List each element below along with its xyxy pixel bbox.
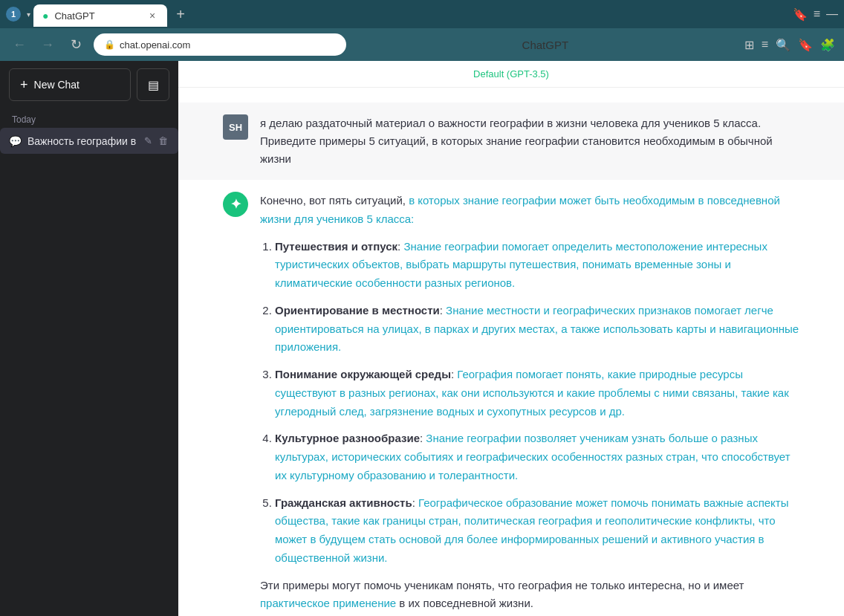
item-4-title: Культурное разнообразие bbox=[275, 432, 420, 444]
page-title-label: ChatGPT bbox=[522, 39, 569, 51]
chat-item-label: Важность географии в bbox=[27, 135, 137, 147]
assistant-message-content: Конечно, вот пять ситуаций, в которых зн… bbox=[260, 192, 799, 616]
sidebar-toggle-button[interactable]: ▤ bbox=[137, 68, 169, 101]
sidebar: + New Chat ▤ Today 💬 Важность географии … bbox=[0, 61, 178, 616]
list-item-2: Ориентирование в местности: Знание местн… bbox=[275, 302, 799, 357]
address-bar-row: ← → ↻ 🔒 chat.openai.com ChatGPT ⊞ ≡ 🔍 🔖 … bbox=[0, 28, 844, 61]
user-avatar: SH bbox=[223, 114, 248, 140]
favorites-icon[interactable]: 🔖 bbox=[798, 38, 813, 52]
minimize-icon[interactable]: — bbox=[826, 7, 838, 21]
reader-icon[interactable]: ≡ bbox=[762, 38, 768, 51]
grid-icon[interactable]: ⊞ bbox=[744, 38, 754, 52]
right-nav-icons: ⊞ ≡ 🔍 🔖 🧩 bbox=[744, 38, 835, 52]
tab-bar: 1 ▾ ● ChatGPT × + 🔖 ≡ — bbox=[0, 0, 844, 28]
user-message-text: я делаю раздаточный материал о важности … bbox=[260, 117, 773, 165]
chat-item-geography[interactable]: 💬 Важность географии в ✎ 🗑 bbox=[0, 128, 178, 154]
new-chat-label: New Chat bbox=[34, 79, 79, 91]
bot-avatar: ✦ bbox=[223, 192, 248, 217]
list-item-3: Понимание окружающей среды: География по… bbox=[275, 366, 799, 421]
sidebar-toggle-icon: ▤ bbox=[148, 78, 159, 92]
tab-number: 1 bbox=[6, 7, 21, 22]
chat-area[interactable]: SH я делаю раздаточный материал о важнос… bbox=[178, 88, 844, 616]
closing-normal-2: в их повседневной жизни. bbox=[396, 597, 533, 609]
new-chat-row: + New Chat ▤ bbox=[0, 61, 178, 108]
closing-text: Эти примеры могут помочь ученикам понять… bbox=[260, 577, 799, 614]
new-tab-button[interactable]: + bbox=[170, 4, 191, 25]
user-message-content: я делаю раздаточный материал о важности … bbox=[260, 114, 799, 168]
forward-button[interactable]: → bbox=[37, 34, 58, 55]
menu-icon[interactable]: ≡ bbox=[814, 7, 820, 21]
closing-normal-1: Эти примеры могут помочь ученикам понять… bbox=[260, 579, 744, 591]
item-1-title: Путешествия и отпуск bbox=[275, 240, 397, 253]
response-intro: Конечно, вот пять ситуаций, в которых зн… bbox=[260, 192, 799, 229]
response-list: Путешествия и отпуск: Знание географии п… bbox=[260, 238, 799, 568]
app-body: + New Chat ▤ Today 💬 Важность географии … bbox=[0, 61, 844, 616]
tab-favicon-area: 1 ▾ bbox=[6, 7, 30, 22]
lock-icon: 🔒 bbox=[104, 39, 115, 50]
item-2-colon: : bbox=[440, 304, 446, 317]
item-5-colon: : bbox=[412, 496, 418, 509]
tab-title: ChatGPT bbox=[54, 10, 140, 22]
refresh-button[interactable]: ↻ bbox=[65, 34, 86, 55]
edit-chat-button[interactable]: ✎ bbox=[143, 134, 154, 148]
delete-chat-button[interactable]: 🗑 bbox=[157, 134, 169, 148]
extensions-icon[interactable]: 🧩 bbox=[820, 38, 835, 52]
list-item-4: Культурное разнообразие: Знание географи… bbox=[275, 429, 799, 484]
bookmark-icon[interactable]: 🔖 bbox=[793, 7, 808, 22]
tab-chatgpt-icon: ● bbox=[42, 10, 48, 22]
sidebar-section-today: Today bbox=[0, 108, 178, 128]
item-3-title: Понимание окружающей среды bbox=[275, 368, 451, 380]
chat-item-actions: ✎ 🗑 bbox=[143, 134, 169, 148]
list-item-5: Гражданская активность: Географическое о… bbox=[275, 494, 799, 568]
item-2-title: Ориентирование в местности bbox=[275, 304, 440, 317]
tab-dropdown-chevron[interactable]: ▾ bbox=[27, 10, 30, 19]
search-browser-icon[interactable]: 🔍 bbox=[776, 38, 791, 52]
chat-bubble-icon: 💬 bbox=[9, 135, 22, 147]
user-message-row: SH я делаю раздаточный материал о важнос… bbox=[178, 103, 844, 180]
tab-actions: 🔖 ≡ — bbox=[793, 7, 838, 22]
address-text: chat.openai.com bbox=[120, 39, 190, 51]
new-chat-button[interactable]: + New Chat bbox=[9, 68, 131, 101]
tab-close-button[interactable]: × bbox=[146, 10, 158, 22]
list-item-1: Путешествия и отпуск: Знание географии п… bbox=[275, 238, 799, 293]
back-button[interactable]: ← bbox=[9, 34, 30, 55]
browser-chrome: 1 ▾ ● ChatGPT × + 🔖 ≡ — ← → ↻ 🔒 chat.ope… bbox=[0, 0, 844, 61]
item-5-title: Гражданская активность bbox=[275, 496, 412, 509]
main-content: Default (GPT-3.5) SH я делаю раздаточный… bbox=[178, 61, 844, 616]
assistant-message-row: ✦ Конечно, вот пять ситуаций, в которых … bbox=[178, 180, 844, 616]
plus-icon: + bbox=[20, 77, 28, 93]
closing-highlight: практическое применение bbox=[260, 597, 396, 609]
address-bar[interactable]: 🔒 chat.openai.com bbox=[94, 33, 346, 56]
active-tab[interactable]: ● ChatGPT × bbox=[33, 4, 167, 27]
intro-normal: Конечно, вот пять ситуаций, bbox=[260, 194, 409, 207]
model-indicator: Default (GPT-3.5) bbox=[178, 61, 844, 88]
